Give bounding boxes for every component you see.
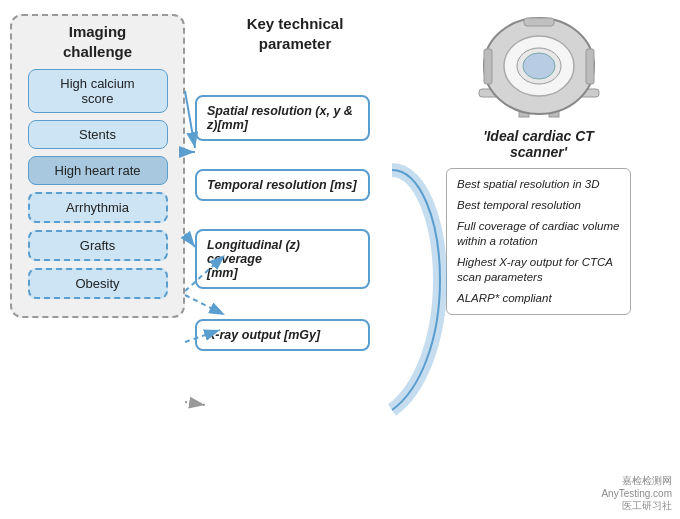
challenge-item-arrhythmia: Arrhythmia [28, 192, 168, 223]
param-xray-output: X-ray output [mGy] [195, 319, 370, 351]
params-container: Spatial resolution (x, y &z)[mm] Tempora… [195, 59, 395, 351]
watermark: 嘉检检测网 AnyTesting.com 医工研习社 [601, 474, 672, 513]
challenge-item-obesity: Obesity [28, 268, 168, 299]
challenge-item-heart-rate: High heart rate [28, 156, 168, 185]
technical-parameter-column: Key technicalparameter Spatial resolutio… [195, 14, 395, 351]
challenge-item-stents: Stents [28, 120, 168, 149]
svg-point-6 [523, 53, 555, 79]
challenge-item-calcium: High calciumscore [28, 69, 168, 113]
feature-alarp: ALARP* compliant [457, 291, 620, 306]
svg-rect-9 [586, 49, 594, 84]
features-box: Best spatial resolution in 3D Best tempo… [446, 168, 631, 315]
feature-xray-output: Highest X-ray output for CTCA scan param… [457, 255, 620, 285]
imaging-challenge-title: Imagingchallenge [63, 22, 132, 61]
feature-coverage: Full coverage of cardiac volume within a… [457, 219, 620, 249]
feature-spatial-3d: Best spatial resolution in 3D [457, 177, 620, 192]
challenge-item-grafts: Grafts [28, 230, 168, 261]
watermark-line2: AnyTesting.com [601, 488, 672, 499]
param-temporal-resolution: Temporal resolution [ms] [195, 169, 370, 201]
main-container: Imagingchallenge High calciumscore Stent… [0, 0, 680, 519]
technical-parameter-title: Key technicalparameter [247, 14, 344, 53]
svg-rect-8 [484, 49, 492, 84]
watermark-line3: 医工研习社 [601, 499, 672, 513]
imaging-challenge-column: Imagingchallenge High calciumscore Stent… [10, 14, 185, 318]
param-longitudinal-coverage: Longitudinal (z) coverage[mm] [195, 229, 370, 289]
param-spatial-resolution: Spatial resolution (x, y &z)[mm] [195, 95, 370, 141]
feature-temporal: Best temporal resolution [457, 198, 620, 213]
ct-scanner-image [459, 14, 619, 124]
scanner-title: 'Ideal cardiac CTscanner' [483, 128, 594, 160]
svg-rect-7 [524, 18, 554, 26]
watermark-line1: 嘉检检测网 [601, 474, 672, 488]
ideal-scanner-column: 'Ideal cardiac CTscanner' Best spatial r… [407, 14, 670, 315]
